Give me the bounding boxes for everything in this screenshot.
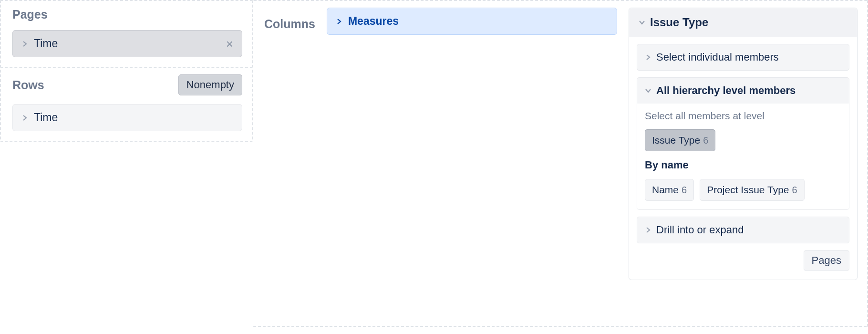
chevron-right-icon xyxy=(645,54,651,61)
tag-count: 6 xyxy=(792,185,797,196)
hierarchy-help: Select all members at level xyxy=(645,110,841,122)
by-name-heading: By name xyxy=(645,159,841,171)
select-individual-members[interactable]: Select individual members xyxy=(637,44,849,71)
rows-item-label: Time xyxy=(34,111,58,124)
rows-item-time[interactable]: Time xyxy=(12,104,242,131)
columns-title: Columns xyxy=(264,8,315,31)
measures-label: Measures xyxy=(348,15,399,28)
drill-into-expand[interactable]: Drill into or expand xyxy=(637,217,849,243)
tag-count: 6 xyxy=(682,185,687,196)
rows-section: Rows Nonempty Time xyxy=(0,68,253,142)
chevron-right-icon xyxy=(645,227,651,233)
tag-count: 6 xyxy=(703,135,708,146)
columns-section: Columns Measures Issue Type xyxy=(253,0,868,327)
chevron-right-icon xyxy=(21,115,28,121)
panel-title: Issue Type xyxy=(650,16,708,29)
drill-label: Drill into or expand xyxy=(656,224,744,236)
pages-section: Pages Time × xyxy=(0,0,253,68)
tag-label: Project Issue Type xyxy=(707,184,789,196)
chevron-right-icon xyxy=(336,18,342,25)
chevron-down-icon xyxy=(645,87,651,94)
pages-button[interactable]: Pages xyxy=(804,250,849,271)
hierarchy-header[interactable]: All hierarchy level members xyxy=(637,78,849,104)
pages-item-label: Time xyxy=(34,37,58,50)
issue-type-panel: Issue Type Select individual members All… xyxy=(629,8,858,280)
select-individual-label: Select individual members xyxy=(656,51,779,63)
pages-item-time[interactable]: Time × xyxy=(12,30,242,57)
chevron-right-icon xyxy=(21,41,28,47)
hierarchy-section: All hierarchy level members Select all m… xyxy=(637,77,849,210)
name-tag-project-issue-type[interactable]: Project Issue Type 6 xyxy=(700,179,805,201)
tag-label: Issue Type xyxy=(652,135,700,146)
tag-label: Name xyxy=(652,184,679,196)
level-tag-issue-type[interactable]: Issue Type 6 xyxy=(645,129,715,151)
chip-content: Time xyxy=(21,37,58,50)
measures-chip[interactable]: Measures xyxy=(327,8,617,35)
pages-title: Pages xyxy=(12,8,242,21)
nonempty-button[interactable]: Nonempty xyxy=(178,74,242,95)
chevron-down-icon xyxy=(639,19,645,26)
name-tag-name[interactable]: Name 6 xyxy=(645,179,694,201)
panel-header[interactable]: Issue Type xyxy=(629,8,857,37)
hierarchy-title: All hierarchy level members xyxy=(656,84,796,97)
rows-title: Rows xyxy=(12,78,44,92)
close-icon[interactable]: × xyxy=(226,38,233,50)
